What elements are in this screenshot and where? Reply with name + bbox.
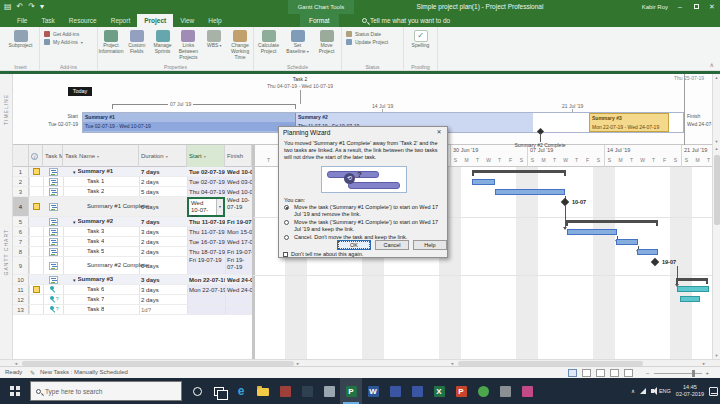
task-mode-cell[interactable]: [43, 167, 63, 176]
row-number[interactable]: 7: [13, 237, 29, 246]
column-header-rownum[interactable]: [13, 145, 29, 167]
zoom-thumb[interactable]: [692, 370, 695, 377]
move-project-button[interactable]: Move Project: [314, 28, 340, 62]
project-icon[interactable]: P: [340, 378, 362, 404]
task-mode-cell[interactable]: ?: [43, 305, 63, 314]
qat-icon-2[interactable]: ↷: [28, 1, 35, 13]
table-row[interactable]: 3Task 25 daysThu 04-07-19Wed 10-07-19: [13, 187, 252, 197]
start-cell[interactable]: Thu 04-07-19: [187, 187, 225, 196]
links-between-projects-button[interactable]: Links Between Projects: [175, 28, 201, 62]
timeline-bar-summary-1[interactable]: Summary #1Tue 02-07-19 - Wed 10-07-19: [83, 113, 296, 132]
start-cell[interactable]: Mon 22-07-19: [187, 285, 225, 294]
task-mode-cell[interactable]: [43, 197, 63, 216]
timeline-bar-summary-3[interactable]: Summary #3Mon 22-07-19 - Wed 24-07-19: [589, 113, 669, 132]
scroll-down-icon[interactable]: ▼: [713, 139, 720, 144]
task-usage-view-icon[interactable]: [582, 369, 591, 377]
row-number[interactable]: 13: [13, 305, 29, 314]
excel-icon[interactable]: X: [428, 378, 450, 404]
task-mode-cell[interactable]: [43, 275, 63, 284]
duration-cell[interactable]: 3 days: [139, 227, 187, 236]
volume-icon[interactable]: [651, 389, 654, 393]
table-row[interactable]: 1▾Summary #17 daysTue 02-07-19Wed 10-07-…: [13, 167, 252, 177]
radio-icon[interactable]: [284, 220, 289, 225]
scroll-up-icon[interactable]: ▲: [713, 75, 720, 80]
row-number[interactable]: 4: [13, 197, 29, 216]
qat-icon-1[interactable]: ↶: [17, 1, 24, 13]
table-row[interactable]: 11Task 63 daysMon 22-07-19Wed 24-07-19: [13, 285, 252, 295]
close-button-icon[interactable]: ✕: [704, 0, 720, 14]
wbs-button[interactable]: WBS ▾: [201, 28, 227, 62]
row-number[interactable]: 5: [13, 217, 29, 226]
gantt-bar-task-1[interactable]: [472, 179, 495, 185]
duration-cell[interactable]: 5 days: [139, 187, 187, 196]
horizontal-scrollbar-row[interactable]: ◄►◄►: [0, 359, 720, 366]
subproject-button[interactable]: Subproject: [8, 28, 34, 62]
scroll-thumb[interactable]: [714, 155, 720, 225]
account-name[interactable]: Kabir Roy: [642, 0, 668, 14]
column-header-name[interactable]: Task Name▾: [63, 145, 139, 167]
manage-sprints-button[interactable]: Manage Sprints: [150, 28, 176, 62]
file-explorer-icon[interactable]: [252, 378, 274, 404]
vertical-scrollbar[interactable]: ▲▼: [712, 145, 720, 359]
column-header-finish[interactable]: Finish: [225, 145, 252, 167]
table-row[interactable]: 7Task 42 daysTue 16-07-19Wed 17-07-19: [13, 237, 252, 247]
table-row[interactable]: 10▾Summary #33 daysMon 22-07-19Wed 24-07…: [13, 275, 252, 285]
start-cell[interactable]: Thu 11-07-19: [187, 217, 225, 226]
finish-cell[interactable]: Mon 15-07-19: [225, 227, 252, 236]
tab-report[interactable]: Report: [104, 14, 138, 27]
start-cell[interactable]: Tue 02-07-19: [187, 177, 225, 186]
finish-cell[interactable]: [225, 295, 252, 304]
network-icon[interactable]: [640, 388, 646, 394]
app-pink-icon[interactable]: [516, 378, 538, 404]
status-date-button[interactable]: Status Date: [346, 31, 399, 37]
minimize-button-icon[interactable]: –: [672, 0, 688, 14]
new-tasks-mode-label[interactable]: New Tasks : Manually Scheduled: [40, 369, 128, 375]
finish-cell[interactable]: Fri 19-07-19: [225, 257, 252, 274]
start-cell[interactable]: Tue 02-07-19: [187, 167, 225, 176]
duration-cell[interactable]: 7 days: [139, 217, 187, 226]
task-mode-cell[interactable]: [43, 187, 63, 196]
gantt-bar-summary-2[interactable]: [566, 220, 658, 223]
tab-format[interactable]: Format: [300, 14, 339, 27]
start-button[interactable]: [0, 378, 30, 404]
zoom-in-icon[interactable]: +: [706, 370, 710, 376]
tab-resource[interactable]: Resource: [62, 14, 104, 27]
tab-view[interactable]: View: [173, 14, 201, 27]
qat-icon-0[interactable]: ▤: [4, 1, 12, 13]
table-row[interactable]: 8Task 52 daysThu 18-07-19Fri 19-07-19: [13, 247, 252, 257]
duration-cell[interactable]: 2 days: [139, 237, 187, 246]
column-header-info[interactable]: i: [29, 145, 43, 167]
calculate-project-button[interactable]: Calculate Project: [256, 28, 282, 62]
duration-cell[interactable]: 2 days: [139, 177, 187, 186]
help-button[interactable]: Help: [413, 240, 447, 250]
powerpoint-icon[interactable]: P: [450, 378, 472, 404]
start-cell[interactable]: [187, 305, 225, 314]
task-view-icon[interactable]: [208, 378, 230, 404]
tell-me-box[interactable]: Tell me what you want to do: [362, 14, 450, 27]
finish-cell[interactable]: Fri 19-07-19: [225, 217, 252, 226]
finish-cell[interactable]: [225, 305, 252, 314]
column-header-duration[interactable]: Duration▾: [139, 145, 187, 167]
duration-cell[interactable]: 2 days: [139, 295, 187, 304]
finish-cell[interactable]: Wed 03-07-19: [225, 177, 252, 186]
gantt-chart-view-icon[interactable]: [568, 369, 577, 377]
cortana-icon[interactable]: [186, 378, 208, 404]
restore-button[interactable]: [688, 0, 704, 14]
gantt-bar-task-6[interactable]: [677, 286, 709, 292]
checkbox-box[interactable]: [283, 252, 288, 257]
duration-cell[interactable]: 1d?: [139, 305, 187, 314]
tab-project[interactable]: Project: [137, 14, 173, 27]
row-number[interactable]: 1: [13, 167, 29, 176]
get-addins-button[interactable]: Get Add-ins: [44, 31, 93, 37]
finish-cell[interactable]: Wed 10-07-19: [225, 187, 252, 196]
timeline-scrollbar[interactable]: ▲▼: [712, 74, 720, 145]
app-gray-icon[interactable]: [494, 378, 516, 404]
date-dropdown-icon[interactable]: ▾: [216, 199, 223, 215]
my-addins-button[interactable]: My Add-ins▾: [44, 39, 93, 45]
finish-cell[interactable]: Fri 19-07-19: [225, 247, 252, 256]
duration-cell[interactable]: 3 days: [139, 285, 187, 294]
task-mode-cell[interactable]: [43, 217, 63, 226]
report-view-icon[interactable]: [624, 369, 633, 377]
system-tray[interactable]: ∧ ENG 14:45 02-07-2019: [631, 378, 718, 404]
resource-sheet-view-icon[interactable]: [610, 369, 619, 377]
